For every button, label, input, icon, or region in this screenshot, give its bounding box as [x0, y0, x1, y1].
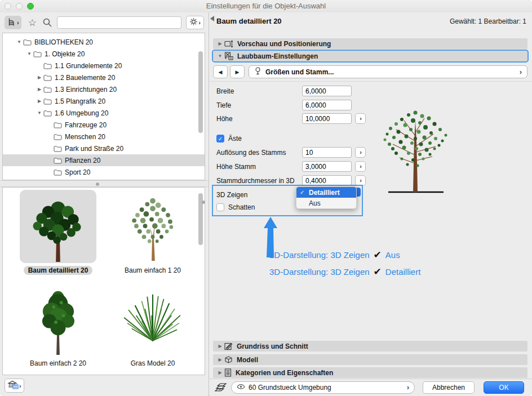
hoehe-expand-button[interactable]: › [355, 113, 366, 124]
aufloesung-expand-button[interactable]: › [355, 147, 366, 158]
tree-item[interactable]: Menschen 20 [3, 131, 205, 143]
disclosure-open-icon[interactable]: ▼ [15, 39, 23, 45]
collapse-panel-arrow-icon[interactable] [210, 16, 214, 21]
tree-item[interactable]: ▶1.2 Bauelemente 20 [3, 72, 205, 83]
horizontal-splitter[interactable] [0, 180, 209, 187]
aeste-checkbox-row[interactable]: ✓ Äste [216, 134, 242, 143]
tree-item[interactable]: ▶1.5 Plangrafik 20 [3, 95, 205, 107]
tiefe-input[interactable] [302, 100, 352, 110]
chair-icon [7, 17, 16, 28]
page-selector-label: Größen und Stamm... [265, 68, 334, 76]
field-label: Breite [216, 87, 302, 95]
tree-item-label: Menschen 20 [65, 133, 105, 141]
thumbnail-label: Gras Model 20 [126, 359, 180, 368]
document-list-icon [224, 368, 232, 377]
field-tiefe: Tiefe [216, 100, 352, 110]
hoehe-stamm-input[interactable] [302, 161, 352, 172]
thumbnail-item[interactable]: Baum einfach 1 20 [105, 190, 200, 275]
thumbnail-image [114, 190, 191, 263]
folder-icon [54, 122, 62, 128]
disclosure-open-icon: ▼ [216, 54, 224, 59]
field-hoehe: Höhe › [216, 113, 366, 124]
next-page-button[interactable]: ▶ [230, 65, 245, 78]
section-vorschau[interactable]: ▶ Vorschau und Positionierung [213, 38, 527, 49]
thumbnail-item[interactable]: Baum einfach 2 20 [11, 283, 105, 368]
prev-page-button[interactable]: ◀ [213, 65, 228, 78]
tree-item-selected[interactable]: Pflanzen 20 [3, 154, 205, 166]
tree-item[interactable]: ▶1.3 Einrichtungen 20 [3, 83, 205, 95]
disclosure-closed-icon[interactable]: ▶ [36, 99, 43, 104]
menu-item-detailliert[interactable]: ✓ Detailliert [296, 187, 356, 198]
library-manager-button[interactable]: › [5, 379, 24, 393]
cancel-button[interactable]: Abbrechen [423, 381, 475, 394]
floorplan-section-icon [224, 342, 233, 350]
vertical-splitter-handle[interactable] [202, 201, 205, 204]
thumbnail-image [20, 190, 96, 263]
folder-icon [54, 157, 62, 164]
annotation-value: Aus [385, 250, 400, 260]
heavy-check-icon: ✔ [374, 249, 382, 261]
tree-item[interactable]: Sport 20 [3, 166, 205, 178]
page-selector-button[interactable]: Größen und Stamm... › [249, 65, 527, 78]
annotation-line-2d: 2D-Darstellung: 3D Zeigen ✔ Aus [269, 249, 400, 261]
chevron-right-icon: › [19, 382, 21, 389]
field-aufloesung: Auflösung des Stamms › [216, 147, 366, 158]
disclosure-closed-icon[interactable]: ▶ [36, 75, 43, 80]
chevron-right-icon: › [198, 19, 201, 26]
splitter-handle-dot [96, 183, 99, 186]
section-grundriss[interactable]: ▶ Grundriss und Schnitt [213, 341, 527, 351]
dialog-footer: 60 Grundstueck Umgebung › Abbrechen OK [210, 379, 532, 396]
library-tree: ▼BIBLIOTHEKEN 20 ▼1. Objekte 20 1.1 Grun… [2, 33, 205, 180]
titlebar[interactable]: Einstellungen für die Objekt-Auswahl [0, 0, 532, 12]
heavy-check-icon: ✔ [374, 266, 382, 278]
disclosure-open-icon[interactable]: ▼ [25, 51, 33, 56]
tree-item[interactable]: ▼1.6 Umgebung 20 [3, 107, 205, 119]
section-modell[interactable]: ▶ Modell [213, 354, 527, 365]
eye-icon [237, 384, 245, 391]
tree-item-label: 1.3 Einrichtungen 20 [55, 86, 117, 94]
section-laubbaum[interactable]: ▼ Laubbaum-Einstellungen [213, 51, 527, 61]
section-kategorien[interactable]: ▶ Kategorien und Eigenschaften [213, 367, 527, 378]
tree-item[interactable]: Park und Straße 20 [3, 143, 205, 154]
thumbnail-item[interactable]: Gras Model 20 [105, 283, 200, 368]
field-label: 3D Zeigen [216, 191, 302, 199]
aufloesung-input[interactable] [302, 147, 352, 158]
schatten-checkbox[interactable] [216, 203, 224, 211]
thumbnail-item-selected[interactable]: Baum detailliert 20 [11, 190, 105, 275]
annotation-value: Detailliert [385, 267, 421, 277]
aeste-checkbox[interactable]: ✓ [216, 135, 224, 143]
folder-icon [33, 51, 42, 57]
browser-toolbar: › ☆ › [0, 12, 209, 33]
object-tool-button[interactable]: › [5, 16, 21, 29]
tree-item-label: Fahrzeuge 20 [65, 121, 107, 129]
search-input[interactable] [57, 16, 181, 29]
tree-item[interactable]: ▼1. Objekte 20 [3, 48, 205, 60]
thumbnail-label: Baum einfach 2 20 [25, 359, 91, 368]
ok-button[interactable]: OK [484, 381, 524, 394]
schatten-checkbox-row[interactable]: Schatten [216, 203, 255, 212]
tree-item[interactable]: 1.1 Grundelemente 20 [3, 60, 205, 72]
hoehe-input[interactable] [302, 113, 352, 124]
hoehe-stamm-expand-button[interactable]: › [355, 161, 366, 172]
chevron-right-icon: › [17, 19, 19, 26]
layer-name: 60 Grundstueck Umgebung [249, 384, 331, 391]
chevron-right-icon: › [520, 68, 522, 76]
disclosure-closed-icon: ▶ [216, 41, 224, 46]
search-icon [42, 17, 52, 28]
breite-input[interactable] [302, 86, 352, 96]
browser-footer: › [0, 375, 209, 396]
thumbnail-image [20, 283, 96, 356]
gear-icon [189, 17, 198, 28]
tree-item[interactable]: Fahrzeuge 20 [3, 119, 205, 131]
settings-gear-button[interactable]: › [186, 16, 204, 29]
object-thumbnail-list: Baum detailliert 20 [2, 187, 205, 375]
layer-selector[interactable]: 60 Grundstueck Umgebung › [231, 381, 415, 394]
disclosure-open-icon[interactable]: ▼ [36, 110, 43, 115]
disclosure-closed-icon[interactable]: ▶ [36, 87, 43, 92]
menu-item-aus[interactable]: Aus [296, 198, 356, 208]
field-3d-zeigen: 3D Zeigen [216, 189, 302, 200]
tree-item[interactable]: ▼BIBLIOTHEKEN 20 [3, 36, 205, 48]
field-label: Auflösung des Stamms [216, 149, 302, 157]
favorites-star-icon[interactable]: ☆ [28, 17, 37, 29]
tree-scrollbar-thumb[interactable] [198, 51, 203, 133]
